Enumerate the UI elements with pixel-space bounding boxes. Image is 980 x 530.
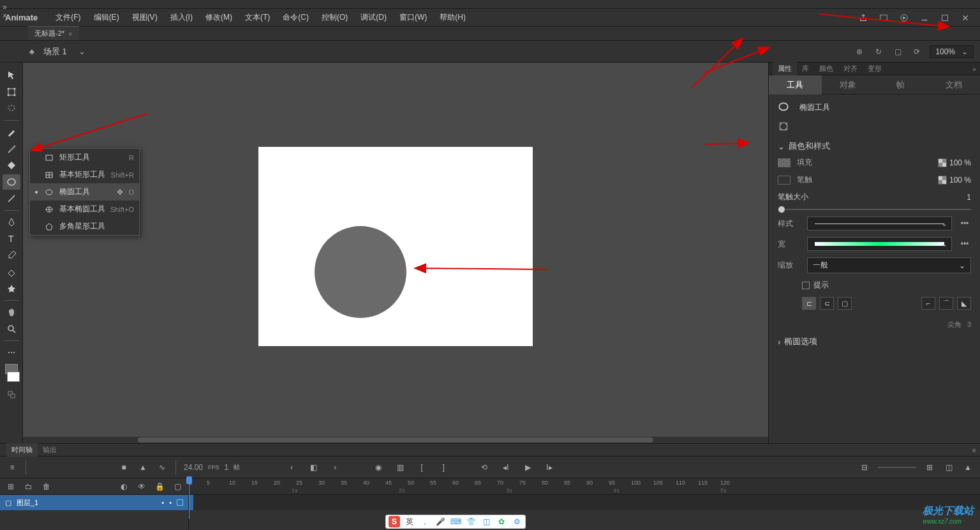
lock-column-icon[interactable]: 🔒 (154, 481, 165, 492)
camera-icon[interactable]: ■ (118, 462, 130, 473)
free-transform-tool[interactable] (3, 84, 20, 100)
step-back-icon[interactable]: ◂Ⅰ (500, 462, 512, 473)
cap-butt-button[interactable]: ⊏ (802, 297, 816, 310)
menu-window[interactable]: 窗口(W) (393, 12, 433, 23)
fill-swatch[interactable] (778, 158, 791, 167)
layer-frames-row[interactable] (189, 495, 980, 510)
keyframe-1[interactable] (189, 495, 193, 510)
hint-checkbox[interactable] (802, 282, 810, 289)
prop-tab[interactable]: 属性 (773, 62, 797, 75)
color-swatches[interactable] (3, 364, 20, 382)
pencil-tool[interactable] (3, 141, 20, 156)
pen-tool[interactable] (3, 215, 20, 230)
target-icon[interactable]: ⊕ (853, 45, 866, 58)
line-tool[interactable] (3, 191, 20, 206)
stroke-swatch[interactable] (778, 176, 791, 185)
join-round-button[interactable]: ⌒ (939, 297, 953, 310)
rotate-view-icon[interactable]: ↻ (872, 45, 885, 58)
menu-view[interactable]: 视图(V) (126, 12, 164, 23)
tab-document[interactable]: 文档 (927, 75, 980, 95)
pin-tool[interactable] (3, 281, 20, 296)
corner-value[interactable]: 3 (967, 321, 971, 328)
new-layer-icon[interactable]: ⊞ (5, 481, 17, 492)
onion-skin-icon[interactable]: ◉ (373, 462, 384, 473)
lasso-tool[interactable] (3, 101, 20, 116)
hand-tool[interactable] (3, 305, 20, 320)
tab-timeline[interactable]: 时间轴 (6, 443, 38, 457)
close-icon[interactable] (961, 13, 970, 22)
layer-outline-icon[interactable] (177, 499, 183, 506)
text-tool[interactable]: T (3, 231, 20, 246)
menu-file[interactable]: 文件(F) (49, 12, 87, 23)
zoom-out-timeline-icon[interactable]: ⊟ (859, 462, 870, 473)
more-tools-icon[interactable] (3, 345, 20, 360)
play-preview-icon[interactable] (900, 13, 909, 22)
timeline-options-icon[interactable]: ▲ (962, 462, 974, 473)
layer-dot-icon[interactable]: • (161, 499, 164, 506)
oval-shape-tool[interactable] (3, 174, 20, 190)
ime-settings-icon[interactable]: ⚙ (511, 516, 523, 527)
highlight-icon[interactable]: ◐ (118, 481, 130, 492)
join-miter-button[interactable]: ⌐ (921, 297, 935, 310)
primitive-rect-tool-option[interactable]: 基本矩形工具 Shift+R (30, 166, 139, 183)
tab-object[interactable]: 对象 (822, 75, 875, 95)
scene-icon[interactable]: ♣ (29, 47, 34, 56)
ime-keyboard-icon[interactable]: ⌨ (450, 516, 461, 527)
step-fwd-icon[interactable]: Ⅰ▸ (544, 462, 555, 473)
menu-command[interactable]: 命令(C) (276, 12, 315, 23)
tab-output[interactable]: 输出 (38, 443, 62, 457)
fill-alpha-value[interactable]: 100 % (949, 158, 971, 167)
zoom-dropdown[interactable]: 100% ⌄ (930, 45, 974, 58)
rectangle-tool-option[interactable]: 矩形工具 R (30, 149, 139, 166)
swap-colors-icon[interactable] (3, 387, 20, 402)
loop-icon[interactable]: ⟲ (479, 462, 490, 473)
stroke-size-value[interactable]: 1 (967, 193, 971, 202)
tab-tool[interactable]: 工具 (769, 75, 822, 95)
transform-tab[interactable]: 变形 (863, 62, 887, 75)
menu-modify[interactable]: 修改(M) (199, 12, 239, 23)
ime-toolbar[interactable]: S 英 ， 🎤 ⌨ 👕 ◫ ✿ ⚙ (385, 515, 526, 529)
library-tab[interactable]: 库 (797, 62, 814, 75)
edit-multi-icon[interactable]: ▥ (394, 462, 406, 473)
clip-icon[interactable]: ▢ (891, 45, 904, 58)
tab-close-icon[interactable]: × (68, 30, 72, 38)
menu-debug[interactable]: 调试(D) (354, 12, 393, 23)
refresh-icon[interactable]: ⟳ (910, 45, 923, 58)
next-keyframe-icon[interactable]: › (329, 462, 341, 473)
width-profile-dropdown[interactable]: ⌄ (807, 237, 952, 251)
layer-row[interactable]: ▢ 图层_1 • • (0, 495, 188, 510)
tab-frame[interactable]: 帧 (875, 75, 928, 95)
scale-dropdown[interactable]: 一般 ⌄ (807, 257, 971, 273)
cap-round-button[interactable]: ⊂ (820, 297, 834, 310)
horizontal-scrollbar[interactable] (23, 437, 768, 443)
selection-tool[interactable] (3, 68, 20, 83)
ellipse-options-section[interactable]: › 椭圆选项 (778, 336, 971, 347)
layer-depth-icon[interactable]: ▲ (137, 462, 149, 473)
zoom-tool[interactable] (3, 321, 20, 337)
document-tab[interactable]: 无标题-2* × (28, 26, 79, 40)
stroke-alpha-value[interactable]: 100 % (949, 176, 971, 185)
zoom-in-timeline-icon[interactable]: ⊞ (924, 462, 935, 473)
stroke-style-dropdown[interactable]: ⌄ (807, 216, 952, 231)
fit-timeline-icon[interactable]: ◫ (943, 462, 954, 473)
join-bevel-button[interactable]: ◣ (957, 297, 971, 310)
ime-emoji-icon[interactable]: ✿ (496, 516, 507, 527)
panel-expand-icon[interactable]: » (972, 65, 980, 73)
graph-icon[interactable]: ∿ (156, 462, 168, 473)
new-folder-icon[interactable]: 🗀 (23, 481, 34, 492)
timeline-ruler[interactable]: 1510152025303540455055606570758085909510… (189, 478, 980, 495)
brush-tool[interactable] (3, 125, 20, 140)
ime-mic-icon[interactable]: 🎤 (434, 516, 446, 527)
drawn-circle-shape[interactable] (315, 226, 406, 318)
object-drawing-icon[interactable] (778, 121, 789, 134)
paint-bucket-tool[interactable] (3, 158, 20, 173)
menu-insert[interactable]: 插入(I) (164, 12, 199, 23)
sogou-logo-icon[interactable]: S (389, 516, 400, 527)
timeline-frames[interactable]: 1510152025303540455055606570758085909510… (189, 478, 980, 530)
ime-toolbox-icon[interactable]: ◫ (480, 516, 492, 527)
document-stage[interactable] (258, 147, 533, 346)
primitive-oval-tool-option[interactable]: 基本椭圆工具 Shift+O (30, 201, 139, 218)
delete-layer-icon[interactable]: 🗑 (41, 481, 52, 492)
stage-area[interactable] (23, 63, 768, 443)
frame-value[interactable]: 1 (225, 463, 229, 472)
